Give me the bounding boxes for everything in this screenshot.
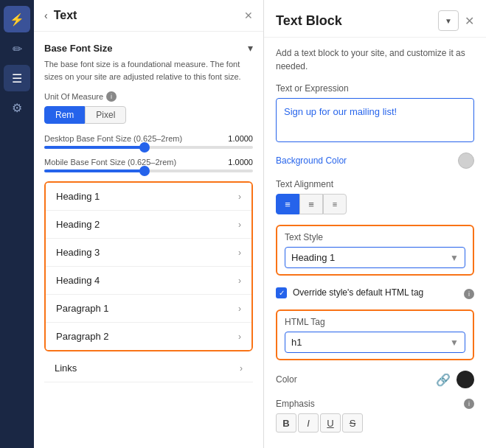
right-panel-title: Text Block bbox=[276, 13, 342, 29]
mobile-slider-row: Mobile Base Font Size (0.625–2rem) 1.000… bbox=[44, 158, 253, 172]
alignment-buttons: ≡ ≡ ≡ bbox=[276, 194, 474, 214]
desktop-slider-value: 1.0000 bbox=[228, 134, 253, 143]
rem-button[interactable]: Rem bbox=[44, 106, 85, 124]
emphasis-buttons: B I U S bbox=[276, 413, 474, 433]
link-icon[interactable]: 🔗 bbox=[436, 373, 451, 387]
list-item[interactable]: Paragraph 1 › bbox=[46, 295, 251, 323]
mobile-slider-label: Mobile Base Font Size (0.625–2rem) bbox=[44, 158, 176, 167]
sidebar: ⚡ ✏ ☰ ⚙ bbox=[0, 0, 34, 448]
text-expression-group: Text or Expression Sign up for our maili… bbox=[276, 83, 474, 142]
color-row: Color 🔗 bbox=[276, 371, 474, 388]
text-style-section: Text Style Heading 1 ▼ bbox=[276, 225, 474, 276]
back-button[interactable]: ‹ bbox=[44, 10, 48, 21]
unit-measure-label: Unit Of Measure i bbox=[44, 91, 253, 102]
chevron-right-icon: › bbox=[238, 248, 241, 258]
chevron-right-icon: › bbox=[238, 304, 241, 314]
background-color-picker[interactable] bbox=[458, 153, 474, 169]
text-style-label: Text Style bbox=[285, 232, 465, 242]
text-alignment-row: Text Alignment ≡ ≡ ≡ bbox=[276, 179, 474, 214]
desktop-slider-row: Desktop Base Font Size (0.625–2rem) 1.00… bbox=[44, 134, 253, 149]
emphasis-label-row: Emphasis i bbox=[276, 399, 474, 409]
list-icon[interactable]: ☰ bbox=[4, 65, 30, 91]
panel-header: ‹ Text ✕ bbox=[34, 0, 263, 32]
color-swatch[interactable] bbox=[457, 371, 474, 388]
gear-icon[interactable]: ⚙ bbox=[4, 94, 30, 121]
text-expression-input[interactable]: Sign up for our mailing list! bbox=[276, 98, 474, 142]
html-tag-chevron: ▼ bbox=[450, 337, 459, 348]
right-panel-desc: Add a text block to your site, and custo… bbox=[276, 46, 474, 73]
close-button[interactable]: ✕ bbox=[244, 10, 253, 21]
mobile-slider-value: 1.0000 bbox=[228, 158, 253, 167]
emphasis-info-icon: i bbox=[464, 399, 474, 409]
bold-button[interactable]: B bbox=[276, 413, 296, 433]
right-close-button[interactable]: ✕ bbox=[465, 14, 474, 28]
dropdown-button[interactable]: ▼ bbox=[438, 10, 459, 31]
list-item[interactable]: Heading 3 › bbox=[46, 239, 251, 267]
panel-title: Text bbox=[54, 9, 77, 22]
list-item[interactable]: Paragraph 2 › bbox=[46, 323, 251, 350]
right-panel: Text Block ▼ ✕ Add a text block to your … bbox=[264, 0, 486, 448]
html-tag-label: HTML Tag bbox=[285, 317, 465, 327]
collapse-icon[interactable]: ▾ bbox=[248, 42, 253, 54]
list-item[interactable]: Heading 1 › bbox=[46, 183, 251, 211]
list-item[interactable]: Heading 4 › bbox=[46, 267, 251, 295]
desktop-slider-label: Desktop Base Font Size (0.625–2rem) bbox=[44, 134, 182, 143]
color-label: Color bbox=[276, 374, 297, 385]
text-expression-label: Text or Expression bbox=[276, 83, 474, 94]
override-info-icon: i bbox=[464, 286, 474, 299]
left-panel: ‹ Text ✕ Base Font Size ▾ The base font … bbox=[34, 0, 264, 448]
links-item[interactable]: Links › bbox=[44, 354, 253, 382]
lightning-icon[interactable]: ⚡ bbox=[4, 6, 30, 32]
underline-button[interactable]: U bbox=[320, 413, 341, 433]
base-font-section-header: Base Font Size ▾ bbox=[44, 42, 253, 54]
chevron-right-icon: › bbox=[238, 276, 241, 286]
right-panel-header: Text Block ▼ ✕ bbox=[264, 0, 486, 38]
strikethrough-button[interactable]: S bbox=[342, 413, 363, 433]
desktop-slider-track[interactable] bbox=[44, 146, 253, 149]
text-style-chevron: ▼ bbox=[450, 253, 459, 263]
chevron-right-icon: › bbox=[240, 363, 243, 374]
chevron-right-icon: › bbox=[238, 332, 241, 342]
right-panel-body: Add a text block to your site, and custo… bbox=[264, 38, 486, 448]
right-header-actions: ▼ ✕ bbox=[438, 10, 474, 31]
panel-body: Base Font Size ▾ The base font size is a… bbox=[34, 32, 263, 448]
emphasis-row: Emphasis i B I U S bbox=[276, 399, 474, 433]
align-center-button[interactable]: ≡ bbox=[299, 194, 323, 214]
chevron-right-icon: › bbox=[238, 192, 241, 202]
list-item[interactable]: Heading 2 › bbox=[46, 211, 251, 239]
html-tag-select[interactable]: h1 ▼ bbox=[285, 332, 465, 353]
chevron-right-icon: › bbox=[238, 220, 241, 230]
align-left-button[interactable]: ≡ bbox=[276, 194, 299, 214]
unit-toggle-group: Rem Pixel bbox=[44, 106, 253, 124]
mobile-slider-track[interactable] bbox=[44, 169, 253, 172]
pixel-button[interactable]: Pixel bbox=[85, 106, 126, 124]
heading-paragraph-list: Heading 1 › Heading 2 › Heading 3 › Head… bbox=[44, 181, 253, 351]
italic-button[interactable]: I bbox=[298, 413, 319, 433]
emphasis-label: Emphasis bbox=[276, 399, 315, 409]
base-font-title: Base Font Size bbox=[44, 43, 112, 54]
align-right-button[interactable]: ≡ bbox=[323, 194, 347, 214]
pen-icon[interactable]: ✏ bbox=[4, 35, 30, 62]
override-checkbox[interactable]: ✓ bbox=[276, 287, 287, 298]
panel-header-left: ‹ Text bbox=[44, 9, 77, 22]
override-label: Override style's default HTML tag bbox=[293, 287, 423, 298]
background-color-label[interactable]: Background Color bbox=[276, 155, 347, 166]
override-checkbox-row: ✓ Override style's default HTML tag i bbox=[276, 286, 474, 299]
color-actions: 🔗 bbox=[436, 371, 474, 388]
background-color-row: Background Color bbox=[276, 153, 474, 169]
text-style-select[interactable]: Heading 1 ▼ bbox=[285, 247, 465, 268]
html-tag-section: HTML Tag h1 ▼ bbox=[276, 309, 474, 360]
text-alignment-label: Text Alignment bbox=[276, 179, 474, 189]
checkmark-icon: ✓ bbox=[279, 289, 285, 297]
unit-info-icon: i bbox=[106, 91, 117, 102]
base-font-desc: The base font size is a foundational mea… bbox=[44, 58, 253, 83]
